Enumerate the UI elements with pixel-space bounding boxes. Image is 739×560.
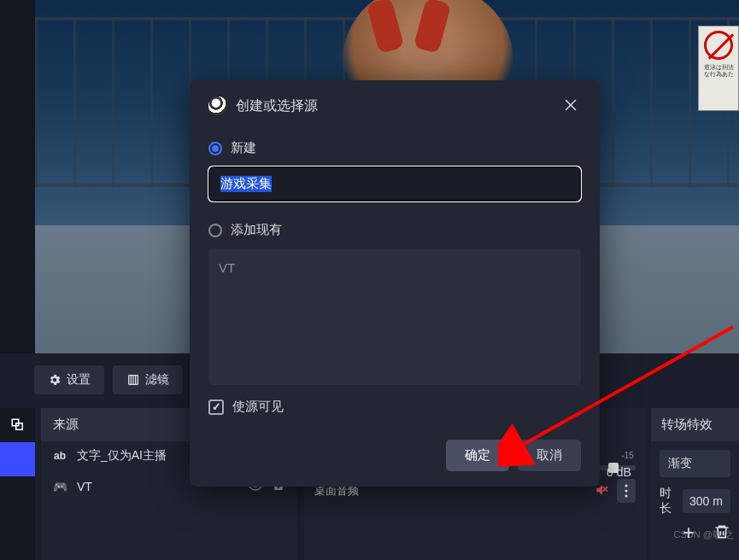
existing-sources-list[interactable]: VT bbox=[208, 248, 581, 385]
svg-point-8 bbox=[625, 490, 628, 493]
game-source-icon: 🎮 bbox=[51, 480, 68, 493]
settings-button[interactable]: 设置 bbox=[34, 365, 104, 394]
existing-source-item[interactable]: VT bbox=[219, 259, 571, 277]
scene-sign: 遊泳は刑法 な行為あた bbox=[698, 26, 739, 111]
make-visible-label: 使源可见 bbox=[232, 399, 284, 415]
preview-left-gutter bbox=[0, 0, 35, 353]
filter-icon bbox=[126, 373, 140, 387]
prohibition-icon bbox=[704, 31, 733, 60]
radio-icon bbox=[208, 224, 222, 237]
mixer-header-db: 0 dB bbox=[607, 465, 631, 479]
add-existing-label: 添加现有 bbox=[231, 222, 282, 238]
create-source-modal: 创建或选择源 新建 添加现有 VT 使源可见 确定 取消 bbox=[190, 80, 600, 487]
transitions-title: 转场特效 bbox=[651, 408, 739, 441]
source-name-input[interactable] bbox=[208, 166, 581, 201]
filters-label: 滤镜 bbox=[145, 372, 169, 388]
svg-point-9 bbox=[625, 495, 628, 498]
close-icon bbox=[564, 98, 578, 112]
cancel-button[interactable]: 取消 bbox=[518, 440, 581, 471]
gear-icon bbox=[48, 373, 62, 387]
make-visible-checkbox[interactable]: 使源可见 bbox=[208, 399, 581, 415]
sources-tab-icon[interactable] bbox=[0, 442, 35, 476]
transition-select[interactable]: 渐变 bbox=[660, 450, 730, 477]
dock-layout-icon[interactable] bbox=[0, 408, 35, 442]
duration-label: 时长 bbox=[660, 486, 676, 516]
create-new-label: 新建 bbox=[231, 140, 256, 156]
db-tick: -15 bbox=[621, 451, 633, 460]
left-icon-column bbox=[0, 408, 35, 560]
watermark: CSDN @敬 之 bbox=[674, 528, 734, 541]
add-existing-radio[interactable]: 添加现有 bbox=[208, 222, 581, 238]
settings-label: 设置 bbox=[67, 372, 91, 388]
sign-text: な行為あた bbox=[699, 71, 738, 78]
checkbox-icon bbox=[208, 400, 224, 415]
create-new-radio[interactable]: 新建 bbox=[208, 140, 581, 156]
mixer-options-button[interactable] bbox=[617, 479, 636, 503]
duration-input[interactable] bbox=[683, 489, 730, 513]
sign-text: 遊泳は刑法 bbox=[699, 64, 738, 71]
radio-icon bbox=[208, 142, 222, 155]
ok-button[interactable]: 确定 bbox=[446, 440, 509, 471]
close-button[interactable] bbox=[560, 96, 581, 116]
text-source-icon: ab bbox=[51, 450, 68, 462]
svg-point-7 bbox=[625, 485, 628, 487]
obs-logo-icon bbox=[208, 96, 227, 115]
modal-title: 创建或选择源 bbox=[236, 97, 552, 115]
filters-button[interactable]: 滤镜 bbox=[113, 365, 183, 394]
